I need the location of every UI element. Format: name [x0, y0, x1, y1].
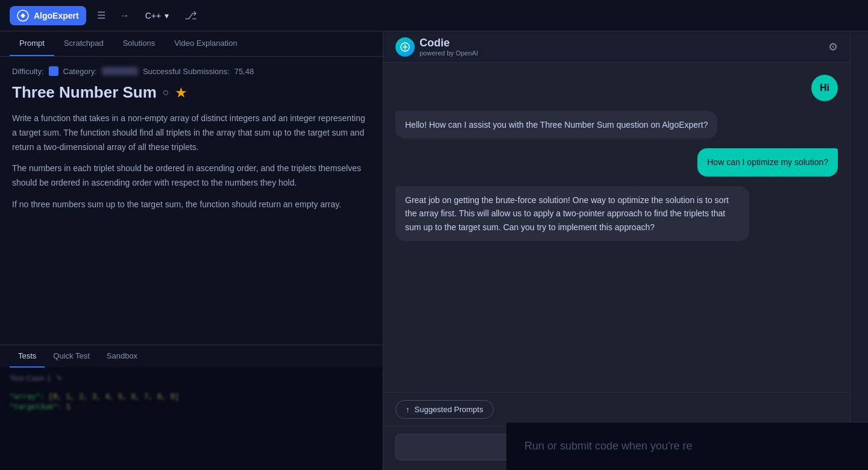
problem-title: Three Number Sum ○ ★ — [12, 83, 371, 102]
language-selector[interactable]: C++ ▾ — [140, 8, 174, 23]
codie-subtitle: powered by OpenAI — [420, 49, 478, 57]
ai-message-1: Hello! How can I assist you with the Thr… — [395, 111, 717, 139]
title-text: Three Number Sum — [12, 83, 157, 102]
chat-header: Codie powered by OpenAI ⚙ — [383, 31, 850, 63]
message-row-3: Great job on getting the brute-force sol… — [395, 186, 838, 241]
test-area: Test Case 1 ✎ "array": [0, 1, 2, 3, 4, 5… — [0, 368, 383, 470]
hi-bubble: Hi — [811, 75, 838, 101]
tab-sandbox[interactable]: Sandbox — [98, 345, 146, 368]
problem-description: Write a function that takes in a non-emp… — [12, 111, 371, 212]
list-icon: ☰ — [97, 10, 105, 21]
message-row-1: Hello! How can I assist you with the Thr… — [395, 111, 838, 139]
codie-title-group: Codie powered by OpenAI — [420, 37, 478, 57]
circle-icon: ○ — [163, 86, 169, 99]
suggested-prompts-button[interactable]: ↑ Suggested Prompts — [395, 400, 494, 419]
codie-title: Codie — [420, 37, 478, 49]
code-key-2: "targetSum": — [10, 403, 61, 412]
submissions-label: Successful Submissions: — [143, 67, 230, 76]
code-key-1: "array": — [10, 393, 45, 401]
tab-bar: Prompt Scratchpad Solutions Video Explan… — [0, 31, 383, 57]
codie-branding: Codie powered by OpenAI — [395, 37, 478, 57]
test-case-title: Test Case 1 — [10, 374, 51, 383]
category-value — [102, 67, 138, 75]
difficulty-badge — [49, 66, 58, 76]
code-lines: "array": [0, 1, 2, 3, 4, 5, 6, 7, 8, 9] … — [0, 389, 383, 416]
logo-button[interactable]: AlgoExpert — [10, 6, 86, 25]
chat-messages: Hi Hello! How can I assist you with the … — [383, 63, 850, 392]
code-val-1: [0, 1, 2, 3, 4, 5, 6, 7, 8, 9] — [49, 393, 179, 401]
difficulty-label: Difficulty: — [12, 67, 44, 76]
suggested-prompts-label: Suggested Prompts — [415, 405, 483, 414]
test-edit-icon[interactable]: ✎ — [56, 374, 63, 383]
code-line-1: "array": [0, 1, 2, 3, 4, 5, 6, 7, 8, 9] — [10, 393, 373, 401]
suggested-prompts-bar: ↑ Suggested Prompts — [383, 392, 850, 426]
user-message-1: How can I optimize my solution? — [697, 148, 838, 176]
desc-paragraph-2: The numbers in each triplet should be or… — [12, 161, 371, 190]
code-line-2: "targetSum": 1 — [10, 403, 373, 412]
share-icon: ⎇ — [184, 10, 197, 22]
test-case-label: Test Case 1 ✎ — [0, 368, 383, 389]
tab-video-explanation[interactable]: Video Explanation — [165, 31, 247, 56]
tab-scratchpad[interactable]: Scratchpad — [54, 31, 113, 56]
top-nav: AlgoExpert ☰ → C++ ▾ ⎇ — [0, 0, 868, 31]
menu-button[interactable]: ☰ — [93, 6, 109, 25]
settings-button[interactable]: ⚙ — [828, 40, 838, 54]
tab-solutions[interactable]: Solutions — [113, 31, 165, 56]
code-hint-text: Run or submit code when you're re — [524, 440, 693, 453]
logo-label: AlgoExpert — [34, 11, 79, 20]
problem-info: Difficulty: Category: Successful Submiss… — [0, 57, 383, 345]
ai-message-2: Great job on getting the brute-force sol… — [395, 186, 749, 241]
scrollbar-area — [850, 31, 868, 470]
codie-icon — [395, 37, 415, 57]
bottom-tab-bar: Tests Quick Test Sandbox — [0, 345, 383, 368]
message-row-hi: Hi — [395, 75, 838, 101]
arrow-icon: → — [120, 10, 130, 21]
tab-prompt[interactable]: Prompt — [10, 31, 54, 56]
main-area: Prompt Scratchpad Solutions Video Explan… — [0, 31, 868, 470]
desc-paragraph-1: Write a function that takes in a non-emp… — [12, 111, 371, 154]
arrow-button[interactable]: → — [116, 7, 133, 25]
code-hint-bar: Run or submit code when you're re — [506, 422, 868, 470]
chevron-down-icon: ▾ — [165, 11, 169, 20]
language-label: C++ — [145, 11, 161, 20]
category-label: Category: — [63, 67, 97, 76]
left-panel: Prompt Scratchpad Solutions Video Explan… — [0, 31, 383, 470]
desc-paragraph-3: If no three numbers sum up to the target… — [12, 198, 371, 212]
share-button[interactable]: ⎇ — [181, 5, 201, 26]
meta-row: Difficulty: Category: Successful Submiss… — [12, 66, 371, 76]
tab-quick-test[interactable]: Quick Test — [45, 345, 98, 368]
star-icon: ★ — [175, 86, 186, 100]
submissions-value: 75,48 — [234, 67, 254, 76]
settings-icon: ⚙ — [828, 41, 838, 53]
tab-tests[interactable]: Tests — [10, 345, 45, 368]
chat-panel: Codie powered by OpenAI ⚙ Hi Hello! How … — [383, 31, 850, 470]
code-val-2: 1 — [66, 403, 71, 412]
message-row-2: How can I optimize my solution? — [395, 148, 838, 176]
upload-icon: ↑ — [406, 405, 410, 414]
